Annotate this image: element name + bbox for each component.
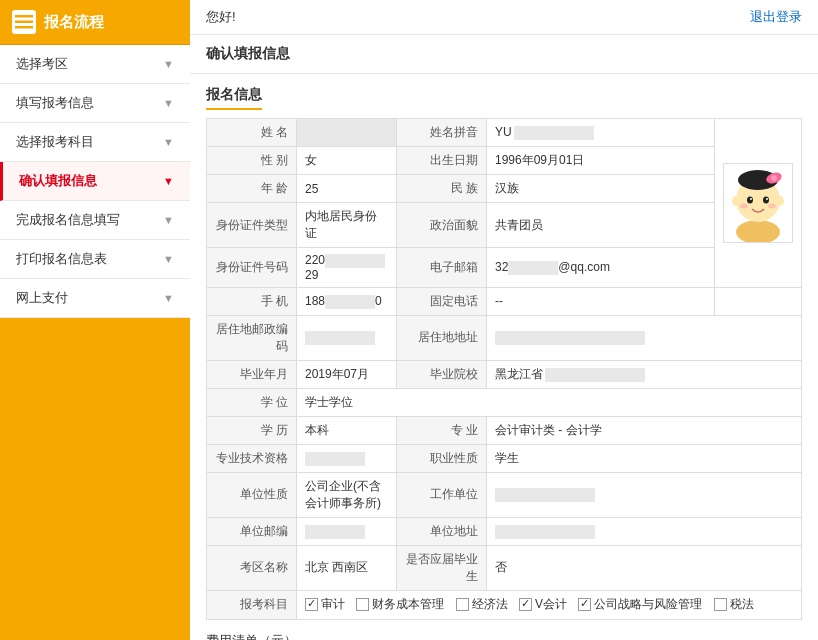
svg-point-12 (740, 203, 748, 208)
sidebar-item-step7[interactable]: 网上支付 ▼ (0, 279, 190, 318)
main-content: 您好! 退出登录 确认填报信息 报名信息 姓 名 姓名拼音 YU (190, 0, 818, 640)
subject-checkbox-econ (456, 598, 469, 611)
arrow-icon: ▼ (163, 214, 174, 226)
svg-rect-2 (15, 26, 33, 29)
table-row: 单位邮编 单位地址 (207, 517, 802, 545)
sidebar-item-step3[interactable]: 选择报考科目 ▼ (0, 123, 190, 162)
arrow-icon: ▼ (163, 97, 174, 109)
table-row: 学 位 学士学位 (207, 388, 802, 416)
subject-item: 经济法 (456, 596, 508, 613)
address-value (487, 315, 802, 360)
fresh-grad-label: 是否应届毕业生 (397, 545, 487, 590)
subjects-value: ✓ 审计 财务成本管理 经济法 ✓ V会计 (297, 590, 802, 619)
svg-point-13 (768, 203, 776, 208)
degree-value: 学士学位 (297, 388, 802, 416)
sidebar-item-step1[interactable]: 选择考区 ▼ (0, 45, 190, 84)
ethnicity-value: 汉族 (487, 175, 715, 203)
political-label: 政治面貌 (397, 203, 487, 248)
work-unit-value (487, 472, 802, 517)
arrow-icon: ▼ (163, 58, 174, 70)
arrow-icon: ▼ (163, 253, 174, 265)
svg-point-7 (771, 175, 777, 181)
svg-point-10 (750, 198, 752, 200)
table-row: 报考科目 ✓ 审计 财务成本管理 经济法 (207, 590, 802, 619)
id-type-value: 内地居民身份证 (297, 203, 397, 248)
grad-date-label: 毕业年月 (207, 360, 297, 388)
tech-title-label: 专业技术资格 (207, 444, 297, 472)
tech-title-value (297, 444, 397, 472)
name-value (297, 119, 397, 147)
svg-point-11 (766, 198, 768, 200)
greeting-text: 您好! (206, 8, 236, 26)
svg-point-15 (776, 196, 784, 206)
birthday-label: 出生日期 (397, 147, 487, 175)
unit-postcode-value (297, 517, 397, 545)
table-row: 性 别 女 出生日期 1996年09月01日 (207, 147, 802, 175)
sidebar-icon (12, 10, 36, 34)
id-type-label: 身份证件类型 (207, 203, 297, 248)
sidebar-step3-label: 选择报考科目 (16, 133, 94, 151)
table-row: 身份证件类型 内地居民身份证 政治面貌 共青团员 (207, 203, 802, 248)
fresh-grad-value: 否 (487, 545, 802, 590)
pinyin-label: 姓名拼音 (397, 119, 487, 147)
sidebar-step2-label: 填写报考信息 (16, 94, 94, 112)
address-label: 居住地地址 (397, 315, 487, 360)
id-number-value: 22029 (297, 248, 397, 288)
fee-section: 费用清单（元） 报名费 手续费 费用合计 180.00 0.00 180.00 (206, 632, 802, 640)
subject-checkbox-accounting: ✓ (519, 598, 532, 611)
name-label: 姓 名 (207, 119, 297, 147)
postcode-value (297, 315, 397, 360)
postcode-label: 居住地邮政编码 (207, 315, 297, 360)
exam-area-value: 北京 西南区 (297, 545, 397, 590)
major-label: 专 业 (397, 416, 487, 444)
table-row: 考区名称 北京 西南区 是否应届毕业生 否 (207, 545, 802, 590)
table-row: 手 机 1880 固定电话 -- (207, 287, 802, 315)
table-row: 毕业年月 2019年07月 毕业院校 黑龙江省 (207, 360, 802, 388)
svg-point-3 (736, 220, 780, 242)
id-number-label: 身份证件号码 (207, 248, 297, 288)
svg-point-8 (747, 196, 753, 203)
age-value: 25 (297, 175, 397, 203)
unit-address-label: 单位地址 (397, 517, 487, 545)
grad-school-value: 黑龙江省 (487, 360, 802, 388)
sidebar-item-step5[interactable]: 完成报名信息填写 ▼ (0, 201, 190, 240)
gender-label: 性 别 (207, 147, 297, 175)
sidebar-header: 报名流程 (0, 0, 190, 45)
arrow-icon: ▼ (163, 136, 174, 148)
logout-button[interactable]: 退出登录 (750, 8, 802, 26)
major-value: 会计审计类 - 会计学 (487, 416, 802, 444)
sidebar-step1-label: 选择考区 (16, 55, 68, 73)
sidebar-item-step2[interactable]: 填写报考信息 ▼ (0, 84, 190, 123)
degree-label: 学 位 (207, 388, 297, 416)
subject-checkbox-audit: ✓ (305, 598, 318, 611)
subject-item: ✓ V会计 (519, 596, 567, 613)
svg-rect-0 (15, 15, 33, 18)
top-bar: 您好! 退出登录 (190, 0, 818, 35)
education-label: 学 历 (207, 416, 297, 444)
sidebar-step7-label: 网上支付 (16, 289, 68, 307)
phone-label: 手 机 (207, 287, 297, 315)
email-value: 32@qq.com (487, 248, 715, 288)
subject-checkbox-tax (714, 598, 727, 611)
education-value: 本科 (297, 416, 397, 444)
subject-item: 税法 (714, 596, 754, 613)
subject-item: ✓ 审计 (305, 596, 345, 613)
sidebar-item-step4[interactable]: 确认填报信息 ▼ (0, 162, 190, 201)
subjects-label: 报考科目 (207, 590, 297, 619)
sidebar-item-step6[interactable]: 打印报名信息表 ▼ (0, 240, 190, 279)
sidebar-step4-label: 确认填报信息 (19, 172, 97, 190)
unit-nature-label: 单位性质 (207, 472, 297, 517)
table-row: 学 历 本科 专 业 会计审计类 - 会计学 (207, 416, 802, 444)
landline-label: 固定电话 (397, 287, 487, 315)
fee-section-title: 费用清单（元） (206, 632, 802, 640)
arrow-icon: ▼ (163, 292, 174, 304)
gender-value: 女 (297, 147, 397, 175)
age-label: 年 龄 (207, 175, 297, 203)
info-table: 姓 名 姓名拼音 YU (206, 118, 802, 620)
sidebar-title: 报名流程 (44, 13, 104, 32)
landline-value: -- (487, 287, 715, 315)
page-title: 确认填报信息 (190, 35, 818, 74)
job-nature-value: 学生 (487, 444, 802, 472)
work-unit-label: 工作单位 (397, 472, 487, 517)
birthday-value: 1996年09月01日 (487, 147, 715, 175)
